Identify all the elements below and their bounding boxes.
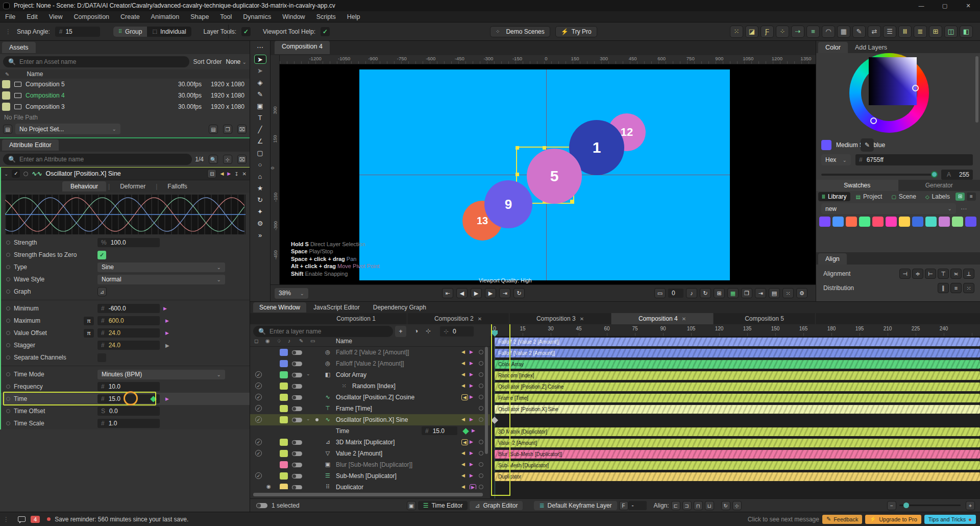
layer-row[interactable]: ✓⊤Frame [Time] [250, 403, 490, 414]
connect-dot[interactable] [6, 421, 10, 425]
alpha-slider[interactable] [821, 174, 937, 176]
solo-circle[interactable] [479, 395, 483, 399]
attr-checkbox[interactable] [97, 353, 106, 362]
layer-checkbox[interactable]: ✓ [255, 416, 262, 423]
next-frame-button[interactable]: ▶ [485, 288, 496, 298]
swap-icon[interactable]: ⇄ [868, 26, 881, 38]
viewport-tool-help-check[interactable]: ✓ [321, 27, 330, 36]
attr-value-field[interactable]: #1.0 [97, 419, 160, 428]
connect-out-icon[interactable]: ▶ [470, 361, 473, 366]
connect-dot[interactable] [6, 385, 10, 389]
layer-capsule-icon[interactable] [292, 418, 302, 422]
tips-and-tricks-button[interactable]: Tips and Tricks● [924, 515, 976, 524]
current-color-swatch[interactable] [821, 140, 831, 150]
layer-capsule-icon[interactable] [292, 474, 302, 479]
sync-icon[interactable]: ↻ [700, 288, 711, 298]
connect-dot[interactable] [6, 306, 10, 310]
connect-in-icon[interactable]: ◀ [461, 372, 465, 377]
falloff-icon[interactable]: Ƒ [761, 26, 774, 38]
folder-icon[interactable]: ▤ [209, 125, 218, 134]
layer-row[interactable]: ✓▽Value 2 [Amount]◀▶ [250, 448, 490, 459]
layer-color-swatch[interactable] [280, 371, 288, 378]
close-button[interactable]: ✕ [957, 0, 980, 11]
connect-dot[interactable] [6, 331, 10, 335]
distribute-v-icon[interactable]: ≡ [950, 283, 962, 293]
play-button[interactable]: ▶ [471, 288, 482, 298]
graph-editor-button[interactable]: ⊿Graph Editor [470, 501, 523, 510]
layer-checkbox[interactable]: ✓ [255, 371, 262, 378]
layer-capsule-icon[interactable] [292, 440, 302, 445]
connect-out-icon[interactable]: ▶ [165, 318, 169, 323]
demo-scenes-button[interactable]: ⁘Demo Scenes [490, 26, 550, 37]
connect-dot[interactable] [6, 290, 10, 294]
render-icon[interactable]: ♢ [277, 338, 281, 344]
tab-add-layers[interactable]: Add Layers [848, 42, 894, 53]
snap-angle-field[interactable]: #15 [55, 27, 100, 37]
hex-value-field[interactable]: #6755ff [855, 154, 973, 165]
direct-select-tool[interactable]: ➤ [254, 66, 266, 76]
swatch-9[interactable] [939, 217, 950, 227]
swatch-set-dropdown[interactable]: new⌄ [821, 203, 956, 214]
swatch-0[interactable] [819, 217, 830, 227]
layer-row[interactable]: ✓⁙Random [Index]◀▶ [250, 380, 490, 392]
frame-display[interactable]: 0 [668, 289, 683, 298]
connect-out-icon[interactable]: ▶ [470, 484, 476, 489]
feedback-button[interactable]: ✎Feedback [822, 515, 863, 524]
asset-color-chip[interactable] [2, 91, 10, 100]
polygon-tool[interactable]: ⌂ [254, 172, 266, 181]
connect-out-icon[interactable]: ▶ [470, 450, 473, 456]
zoom-out-icon[interactable]: − [887, 501, 896, 510]
distribute-grid-icon[interactable]: ⁙ [963, 283, 974, 293]
layer-capsule-icon[interactable] [292, 407, 302, 411]
time-property-row[interactable]: Time#15.0▶ [250, 425, 490, 437]
connect-out-icon[interactable]: ▶ [470, 462, 473, 467]
menu-scripts[interactable]: Scripts [316, 13, 336, 20]
attr-value-field[interactable]: #24.0 [97, 341, 160, 350]
layer-row[interactable]: ✓⌄∿Oscillator [Position.X] Sine◀▶ [250, 414, 490, 425]
connect-dot[interactable] [6, 372, 10, 376]
layer-color-swatch[interactable] [280, 461, 288, 468]
solo-circle[interactable] [479, 406, 483, 411]
layer-color-swatch[interactable] [280, 394, 288, 401]
close-node-icon[interactable]: ✕ [242, 171, 247, 177]
alpha-value-field[interactable]: A255 [941, 170, 973, 180]
tool-settings[interactable]: ⚙ [254, 219, 266, 228]
camera-tool[interactable]: ▣ [254, 102, 266, 111]
connect-dot[interactable] [6, 397, 10, 401]
expand-chevron-icon[interactable]: ⌄ [306, 371, 310, 376]
connect-dot[interactable] [6, 355, 10, 360]
clear-filter-icon[interactable]: ⌧ [237, 155, 247, 164]
layer-capsule-icon[interactable] [292, 384, 302, 389]
swatch-3[interactable] [859, 217, 870, 227]
layer-capsule-icon[interactable] [292, 463, 302, 467]
vertical-scrollbar[interactable] [485, 347, 488, 454]
layer-color-swatch[interactable] [280, 349, 288, 356]
send-frame-icon[interactable]: ⇥ [755, 288, 766, 298]
shape-circle-9[interactable]: 9 [484, 180, 532, 228]
prev-node-icon[interactable]: ◀ [220, 171, 224, 176]
tab-scene-window[interactable]: Scene Window [253, 302, 306, 313]
horizontal-scrollbar[interactable] [253, 493, 483, 496]
solo-circle[interactable] [479, 462, 483, 467]
layer-row[interactable]: ◎Falloff [Value 2 [Amount]]◀▶ [250, 358, 490, 369]
layer-row[interactable]: ✓⊿3D Matrix [Duplicator]◀▶ [250, 437, 490, 448]
asset-row[interactable]: Composition 530.00fps1920 x 1080 [0, 79, 250, 90]
attr-value-field[interactable]: #24.0 [97, 328, 160, 338]
comp-tab-composition-4[interactable]: Composition 4✕ [611, 313, 714, 324]
trash-icon[interactable]: ⌧ [237, 125, 247, 134]
track-bar[interactable]: Falloff [Value 2 [Amount]] [495, 349, 980, 357]
layer-row[interactable]: ✓☰Sub-Mesh [Duplicator]◀▶ [250, 470, 490, 482]
layout-icon[interactable]: ⊟ [207, 169, 216, 178]
next-node-icon[interactable]: ▶ [227, 171, 231, 176]
connect-in-icon[interactable]: ◀ [461, 484, 465, 489]
align-bars-icon[interactable]: ≡ [806, 26, 820, 38]
selection-handle[interactable] [516, 146, 519, 150]
swatch-11[interactable] [965, 217, 976, 227]
solo-circle[interactable] [479, 384, 483, 388]
list-view-icon[interactable]: ≡ [967, 193, 976, 201]
shape-circle-5[interactable]: 5 [527, 149, 582, 204]
lib-labels-button[interactable]: ◇Labels [922, 192, 953, 201]
zoom-attr-icon[interactable]: 🔍 [209, 155, 218, 164]
menu-tool[interactable]: Tool [220, 13, 232, 20]
layer-capsule-icon[interactable] [292, 350, 302, 355]
